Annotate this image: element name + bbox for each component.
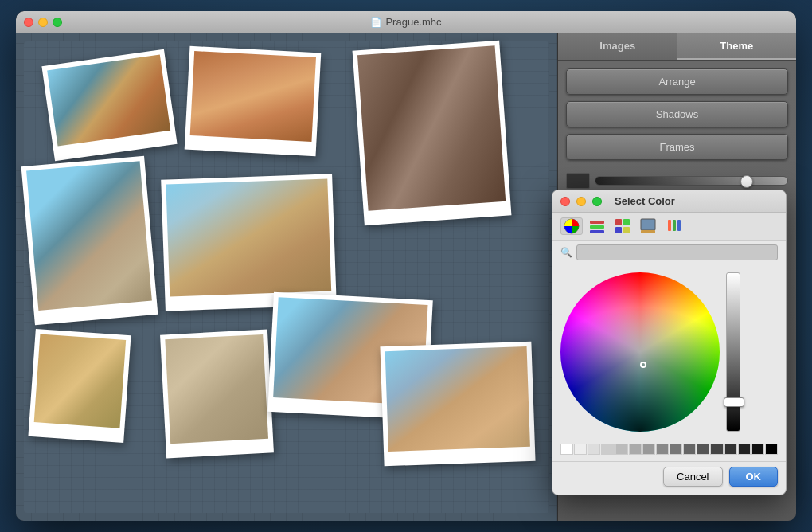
file-icon: 📄 xyxy=(370,17,382,28)
brightness-slider-vertical[interactable] xyxy=(726,272,740,432)
color-sample[interactable] xyxy=(751,444,764,455)
tab-bar: Images Theme xyxy=(558,33,796,61)
photo-card-4[interactable] xyxy=(21,156,158,326)
crayon-mode-btn[interactable] xyxy=(662,217,685,235)
dialog-maximize-button[interactable] xyxy=(592,197,602,206)
color-sample[interactable] xyxy=(738,444,751,455)
color-sample[interactable] xyxy=(765,444,778,455)
color-swatch-dark[interactable] xyxy=(566,173,590,189)
shadows-button[interactable]: Shadows xyxy=(566,101,788,127)
color-sample[interactable] xyxy=(683,444,696,455)
color-wheel-overlay xyxy=(560,272,720,432)
color-sample[interactable] xyxy=(670,444,682,455)
tab-theme[interactable]: Theme xyxy=(677,33,797,60)
svg-rect-5 xyxy=(623,219,630,225)
tab-images[interactable]: Images xyxy=(558,33,677,60)
photo-card-3[interactable] xyxy=(353,41,512,225)
svg-rect-8 xyxy=(641,219,655,230)
svg-rect-2 xyxy=(590,225,604,229)
color-sample[interactable] xyxy=(629,444,642,455)
svg-rect-10 xyxy=(641,230,655,233)
brightness-thumb[interactable] xyxy=(740,175,753,188)
dialog-title: Select Color xyxy=(615,195,675,207)
search-icon: 🔍 xyxy=(560,247,572,258)
window-title: 📄 Prague.mhc xyxy=(370,16,441,28)
color-sample[interactable] xyxy=(560,444,573,455)
arrange-button[interactable]: Arrange xyxy=(566,68,788,95)
maximize-button[interactable] xyxy=(53,18,62,27)
cancel-button[interactable]: Cancel xyxy=(663,467,722,487)
color-sample[interactable] xyxy=(642,444,655,455)
dialog-close-button[interactable] xyxy=(560,197,570,206)
color-sample[interactable] xyxy=(710,444,723,455)
title-label: Prague.mhc xyxy=(385,16,441,28)
svg-rect-13 xyxy=(677,220,681,231)
svg-rect-1 xyxy=(590,221,604,224)
minimize-button[interactable] xyxy=(38,18,48,27)
photo-card-2[interactable] xyxy=(185,46,322,156)
svg-rect-4 xyxy=(615,219,622,225)
svg-rect-3 xyxy=(590,230,604,233)
photo-card-7[interactable] xyxy=(160,330,274,459)
ok-button[interactable]: OK xyxy=(729,467,779,487)
color-picker-dialog: Select Color xyxy=(552,190,787,495)
color-samples-row xyxy=(552,440,786,461)
color-search-input[interactable] xyxy=(576,244,778,260)
color-wheel[interactable] xyxy=(560,272,720,432)
image-palettes-mode-btn[interactable] xyxy=(637,217,659,235)
svg-rect-11 xyxy=(668,220,671,231)
sidebar-buttons: Arrange Shadows Frames xyxy=(558,61,796,168)
svg-rect-12 xyxy=(673,220,676,231)
color-mode-toolbar xyxy=(552,213,786,241)
color-palette-mode-btn[interactable] xyxy=(611,217,634,235)
color-wheel-area xyxy=(552,264,786,440)
photo-card-9[interactable] xyxy=(380,342,535,467)
search-row: 🔍 xyxy=(552,241,786,264)
frames-button[interactable]: Frames xyxy=(566,134,788,160)
color-sample[interactable] xyxy=(724,444,737,455)
color-wheel-mode-btn[interactable] xyxy=(560,217,583,235)
traffic-lights xyxy=(24,18,62,27)
canvas-inner xyxy=(24,41,549,513)
close-button[interactable] xyxy=(24,18,33,27)
photo-card-5[interactable] xyxy=(28,329,131,443)
color-sample[interactable] xyxy=(656,444,669,455)
svg-rect-7 xyxy=(623,227,630,233)
color-sample[interactable] xyxy=(615,444,628,455)
color-sample[interactable] xyxy=(697,444,709,455)
title-bar: 📄 Prague.mhc xyxy=(16,11,796,33)
svg-rect-6 xyxy=(615,227,622,233)
photo-card-6[interactable] xyxy=(161,174,337,311)
color-sliders-mode-btn[interactable] xyxy=(586,217,608,235)
photo-card-1[interactable] xyxy=(41,49,177,161)
color-sample[interactable] xyxy=(588,444,600,455)
brightness-slider-thumb[interactable] xyxy=(724,397,744,407)
dialog-titlebar: Select Color xyxy=(552,190,786,213)
color-wheel-crosshair xyxy=(640,362,646,368)
dialog-buttons: Cancel OK xyxy=(552,461,786,495)
color-sample[interactable] xyxy=(601,444,614,455)
color-sample[interactable] xyxy=(574,444,587,455)
dialog-minimize-button[interactable] xyxy=(576,197,586,206)
canvas-area xyxy=(16,33,557,521)
